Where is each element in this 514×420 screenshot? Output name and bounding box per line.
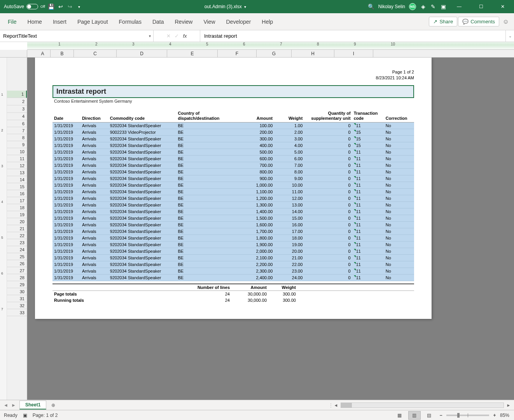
select-all-corner[interactable] [0,50,27,57]
sheet-canvas[interactable]: Page 1 of 2 8/23/2021 10:24 AM Intrastat… [27,58,514,400]
ribbon-tab-insert[interactable]: Insert [47,13,72,30]
table-row[interactable]: 1/31/2019Arrivals9202034 StandardSpeaker… [52,208,414,215]
table-row[interactable]: 1/31/2019Arrivals9202034 StandardSpeaker… [52,182,414,189]
table-row[interactable]: 1/31/2019Arrivals9202034 StandardSpeaker… [52,242,414,248]
column-header-G[interactable]: G [257,50,292,58]
row-header-9[interactable]: 9 [7,141,27,148]
row-header-10[interactable]: 10 [7,148,27,155]
window-mode-icon[interactable]: ▣ [440,4,446,10]
column-header-H[interactable]: H [292,50,334,58]
col-date[interactable]: Date [52,110,80,122]
row-header-29[interactable]: 29 [7,281,27,288]
row-header-31[interactable]: 31 [7,295,27,302]
table-row[interactable]: 1/31/2019Arrivals9202034 StandardSpeaker… [52,149,414,156]
table-row[interactable]: 1/31/2019Arrivals9202034 StandardSpeaker… [52,189,414,195]
col-correction[interactable]: Correction [384,110,414,122]
ribbon-tab-view[interactable]: View [198,13,220,30]
row-header-19[interactable]: 19 [7,211,27,218]
table-row[interactable]: 1/31/2019Arrivals9202034 StandardSpeaker… [52,255,414,261]
formula-input[interactable]: Intrastat report [200,30,505,42]
zoom-out-button[interactable]: − [438,413,444,418]
comments-button[interactable]: 💬Comments [458,17,499,26]
macro-record-icon[interactable]: ▣ [23,413,27,418]
row-header-28[interactable]: 28 [7,274,27,281]
row-header-3[interactable]: 3 [7,105,27,113]
column-header-I[interactable]: I [334,50,373,58]
table-row[interactable]: 1/31/2019Arrivals9202034 StandardSpeaker… [52,261,414,268]
row-header-30[interactable]: 30 [7,288,27,295]
table-row[interactable]: 1/31/2019Arrivals9202034 StandardSpeaker… [52,268,414,275]
vertical-ruler[interactable]: 1234567 [0,58,7,400]
table-row[interactable]: 1/31/2019Arrivals9202034 StandardSpeaker… [52,248,414,255]
col-direction[interactable]: Direction [80,110,108,122]
cancel-icon[interactable]: ✕ [166,33,171,39]
qat-dropdown-icon[interactable]: ▾ [76,4,82,10]
row-header-16[interactable]: 16 [7,190,27,197]
row-header-7[interactable]: 7 [7,127,27,134]
row-header-24[interactable]: 24 [7,246,27,253]
table-row[interactable]: 1/31/2019Arrivals9202034 StandardSpeaker… [52,275,414,281]
row-header-17[interactable]: 17 [7,197,27,204]
row-header-8[interactable]: 8 [7,134,27,141]
table-row[interactable]: 1/31/2019Arrivals9202034 StandardSpeaker… [52,215,414,222]
column-header-A[interactable]: A [35,50,51,58]
row-header-2[interactable]: 2 [7,98,27,105]
table-row[interactable]: 1/31/2019Arrivals9202034 StandardSpeaker… [52,222,414,228]
save-icon[interactable]: 💾 [48,4,54,10]
zoom-in-button[interactable]: + [491,413,498,418]
ribbon-tab-home[interactable]: Home [22,13,47,30]
row-header-26[interactable]: 26 [7,260,27,267]
row-header-12[interactable]: 12 [7,162,27,169]
brush-icon[interactable]: ✎ [430,4,436,10]
column-header-B[interactable]: B [51,50,74,58]
table-row[interactable]: 1/31/2019Arrivals9202034 StandardSpeaker… [52,122,414,129]
table-row[interactable]: 1/31/2019Arrivals9202034 StandardSpeaker… [52,175,414,182]
namebox-dropdown-icon[interactable]: ▾ [149,34,151,38]
tab-split-grip-icon[interactable]: ⋮ [328,402,333,408]
table-row[interactable]: 1/31/2019Arrivals9202034 StandardSpeaker… [52,202,414,208]
autosave-toggle[interactable]: AutoSave Off [4,4,45,9]
table-row[interactable]: 1/31/2019Arrivals9202034 StandardSpeaker… [52,195,414,202]
row-header-14[interactable]: 14 [7,176,27,183]
hscroll-right-icon[interactable]: ► [505,403,512,408]
ribbon-tab-data[interactable]: Data [147,13,170,30]
name-box[interactable]: ReportTitleText ▾ [0,30,154,42]
table-row[interactable]: 1/31/2019Arrivals9202034 StandardSpeaker… [52,169,414,175]
row-header-27[interactable]: 27 [7,267,27,274]
table-row[interactable]: 1/31/2019Arrivals9002233 VideoProjectorB… [52,129,414,136]
title-dropdown-icon[interactable]: ▾ [244,5,246,9]
row-header-1[interactable]: 1 [7,91,27,98]
horizontal-ruler[interactable]: 12345678910 [27,42,514,50]
table-row[interactable]: 1/31/2019Arrivals9202034 StandardSpeaker… [52,136,414,142]
row-header-15[interactable]: 15 [7,183,27,190]
share-button[interactable]: ↗Share [429,17,457,26]
column-header-E[interactable]: E [167,50,218,58]
column-header-F[interactable]: F [218,50,257,58]
row-header-21[interactable]: 21 [7,225,27,232]
table-row[interactable]: 1/31/2019Arrivals9202034 StandardSpeaker… [52,228,414,235]
row-header-32[interactable]: 32 [7,302,27,309]
row-header-25[interactable]: 25 [7,253,27,260]
table-row[interactable]: 1/31/2019Arrivals9202034 StandardSpeaker… [52,235,414,242]
feedback-smiley-icon[interactable]: ☺ [500,18,512,25]
hscroll-left-icon[interactable]: ◄ [333,403,339,408]
add-sheet-button[interactable]: ⊕ [49,401,58,410]
view-normal-icon[interactable]: ▦ [393,411,406,420]
ribbon-tab-review[interactable]: Review [170,13,198,30]
table-row[interactable]: 1/31/2019Arrivals9202034 StandardSpeaker… [52,142,414,149]
sheet-nav-next-icon[interactable]: ► [10,402,17,408]
close-button[interactable]: ✕ [494,0,512,13]
formula-expand-icon[interactable]: ⌄ [505,30,514,42]
row-header-6[interactable]: 6 [7,120,27,127]
table-row[interactable]: 1/31/2019Arrivals9202034 StandardSpeaker… [52,156,414,162]
search-icon[interactable]: 🔍 [368,4,374,10]
minimize-button[interactable]: — [450,0,468,13]
ribbon-tab-help[interactable]: Help [256,13,278,30]
row-header-33[interactable]: 33 [7,309,27,316]
col-amount[interactable]: Amount [236,110,274,122]
col-weight[interactable]: Weight [274,110,304,122]
account-name[interactable]: Nikolay Selin [378,4,405,9]
sheet-tab-sheet1[interactable]: Sheet1 [19,401,46,410]
zoom-slider[interactable] [446,415,489,416]
hscroll-thumb[interactable] [341,403,352,408]
